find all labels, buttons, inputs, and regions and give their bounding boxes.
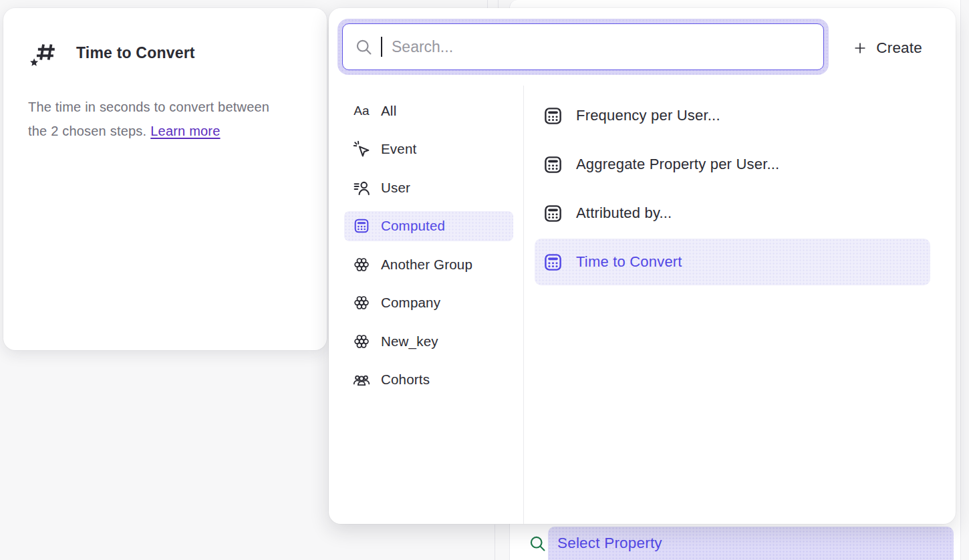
result-label: Frequency per User...	[576, 107, 720, 124]
calculator-icon	[543, 154, 563, 175]
result-item-aggregate-property-per-user[interactable]: Aggregate Property per User...	[535, 141, 930, 188]
screen: Select Property Time to Convert The time…	[0, 0, 969, 560]
panel-divider	[523, 86, 524, 524]
tooltip-title: Time to Convert	[76, 44, 195, 62]
select-property-label: Select Property	[557, 535, 662, 552]
calculator-icon	[543, 106, 563, 126]
category-list: Aa All Event User Computed Another Group	[344, 96, 513, 403]
select-property-field[interactable]: Select Property	[548, 527, 954, 560]
create-button-label: Create	[876, 39, 922, 57]
cursor-click-icon	[353, 140, 370, 158]
property-tooltip-card: Time to Convert The time in seconds to c…	[3, 8, 327, 350]
result-item-time-to-convert[interactable]: Time to Convert	[535, 239, 930, 285]
calculator-icon	[543, 203, 563, 224]
category-item-cohorts[interactable]: Cohorts	[344, 365, 513, 395]
category-label: Computed	[381, 218, 445, 234]
category-label: Company	[381, 295, 440, 311]
group-icon	[353, 294, 370, 311]
background-divider	[495, 525, 495, 560]
create-button[interactable]: Create	[853, 33, 922, 63]
user-icon	[353, 179, 370, 196]
search-icon-green	[529, 535, 546, 552]
group-icon	[353, 256, 370, 273]
result-label: Time to Convert	[576, 253, 682, 271]
numeric-property-icon	[28, 37, 59, 68]
category-label: User	[381, 180, 410, 196]
learn-more-link[interactable]: Learn more	[150, 124, 220, 138]
description-line-2: the 2 chosen steps.	[28, 124, 146, 138]
tooltip-header: Time to Convert	[28, 37, 195, 68]
result-item-attributed-by[interactable]: Attributed by...	[535, 190, 930, 237]
category-item-event[interactable]: Event	[344, 134, 513, 164]
category-label: All	[381, 103, 396, 119]
category-item-company[interactable]: Company	[344, 288, 513, 318]
search-input[interactable]	[391, 38, 823, 56]
plus-icon	[853, 41, 867, 55]
group-icon	[353, 333, 370, 350]
result-item-frequency-per-user[interactable]: Frequency per User...	[535, 92, 930, 139]
category-label: Cohorts	[381, 372, 430, 388]
category-label: Event	[381, 141, 416, 157]
calculator-icon	[353, 217, 370, 235]
cohorts-icon	[353, 371, 370, 388]
calculator-icon	[543, 252, 563, 273]
result-label: Attributed by...	[576, 204, 672, 222]
search-focus-glow	[337, 19, 829, 75]
category-item-all[interactable]: Aa All	[344, 96, 513, 126]
category-label: New_key	[381, 333, 438, 349]
text-caret	[381, 37, 382, 57]
category-item-user[interactable]: User	[344, 172, 513, 202]
text-format-icon: Aa	[353, 104, 370, 118]
result-label: Aggregate Property per User...	[576, 156, 779, 173]
tooltip-description: The time in seconds to convert betweenth…	[28, 95, 301, 143]
result-list: Frequency per User... Aggregate Property…	[535, 92, 930, 287]
category-label: Another Group	[381, 257, 472, 273]
property-picker-popup: Create Aa All Event User Computed Anothe…	[329, 8, 956, 524]
category-item-computed[interactable]: Computed	[344, 211, 513, 241]
category-item-another-group[interactable]: Another Group	[344, 249, 513, 279]
search-icon	[355, 38, 372, 55]
category-item-new-key[interactable]: New_key	[344, 326, 513, 356]
description-line-1: The time in seconds to convert between	[28, 100, 269, 114]
search-box[interactable]	[342, 23, 824, 70]
